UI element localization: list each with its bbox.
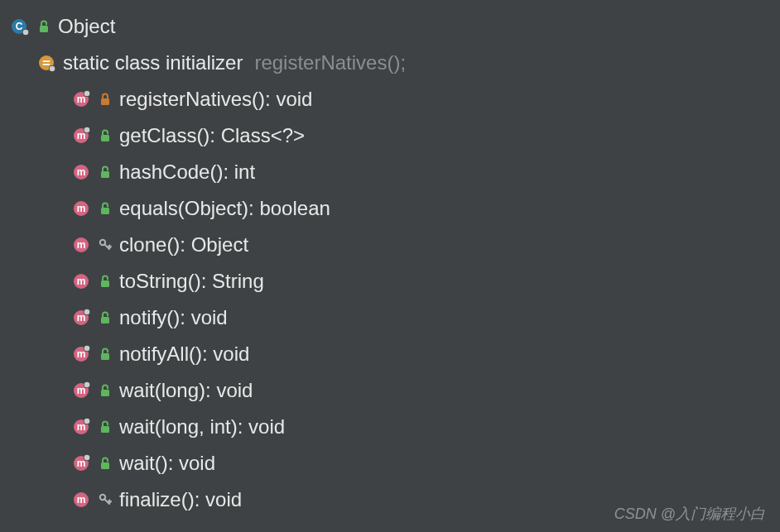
lock-public-icon <box>98 127 113 145</box>
svg-text:m: m <box>77 494 86 506</box>
class-header[interactable]: C Object <box>12 8 768 45</box>
member-row[interactable]: m finalize(): void <box>12 482 768 518</box>
member-row[interactable]: m notify(): void <box>12 300 768 336</box>
svg-rect-31 <box>101 280 109 287</box>
lock-public-icon <box>98 309 113 327</box>
svg-text:m: m <box>77 166 86 178</box>
svg-rect-22 <box>101 171 109 178</box>
svg-point-35 <box>84 309 90 315</box>
svg-rect-46 <box>101 390 109 396</box>
initializer-icon <box>38 54 56 72</box>
svg-rect-6 <box>43 60 51 62</box>
svg-text:m: m <box>77 239 86 251</box>
member-signature-label: registerNatives(): void <box>119 88 312 111</box>
member-row[interactable]: m wait(): void <box>12 445 768 482</box>
svg-rect-36 <box>101 317 109 324</box>
svg-point-18 <box>84 127 90 133</box>
method-icon: m <box>73 309 91 327</box>
key-protected-icon <box>98 491 113 509</box>
member-row[interactable]: m getClass(): Class<?> <box>12 117 768 154</box>
lock-public-icon <box>98 418 113 436</box>
svg-point-50 <box>84 419 90 424</box>
svg-rect-56 <box>101 463 109 469</box>
svg-rect-51 <box>101 426 109 433</box>
member-signature-label: notify(): void <box>119 306 228 329</box>
class-icon: C <box>12 17 30 36</box>
method-icon: m <box>73 381 91 400</box>
key-protected-icon <box>98 236 113 254</box>
method-icon: m <box>73 90 91 108</box>
lock-public-icon <box>98 272 113 290</box>
lock-public-icon <box>98 199 113 218</box>
initializer-label: static class initializer <box>63 51 243 74</box>
member-signature-label: getClass(): Class<?> <box>119 124 305 147</box>
lock-private-icon <box>98 90 113 108</box>
method-icon: m <box>73 454 91 472</box>
member-row[interactable]: m wait(long, int): void <box>12 409 768 445</box>
svg-rect-7 <box>43 64 51 65</box>
member-row[interactable]: m clone(): Object <box>12 227 768 263</box>
member-signature-label: wait(): void <box>119 452 215 475</box>
svg-rect-25 <box>101 208 109 214</box>
svg-point-45 <box>84 382 90 388</box>
svg-text:m: m <box>77 276 86 287</box>
svg-rect-4 <box>40 26 48 32</box>
member-row[interactable]: m notifyAll(): void <box>12 336 768 372</box>
method-icon: m <box>73 491 91 509</box>
svg-text:m: m <box>77 203 86 214</box>
member-signature-label: wait(long): void <box>119 379 253 402</box>
lock-public-icon <box>98 345 113 363</box>
lock-public-icon <box>98 163 113 181</box>
method-icon: m <box>73 236 91 254</box>
static-initializer[interactable]: static class initializer registerNatives… <box>12 45 768 81</box>
member-signature-label: toString(): String <box>119 270 264 293</box>
class-name-label: Object <box>58 15 115 38</box>
members-list: m registerNatives(): void m getClass(): … <box>12 81 768 518</box>
svg-text:C: C <box>16 21 23 32</box>
method-icon: m <box>73 127 91 145</box>
member-signature-label: finalize(): void <box>119 488 242 511</box>
method-icon: m <box>73 345 91 363</box>
member-row[interactable]: m equals(Object): boolean <box>12 190 768 227</box>
svg-point-13 <box>84 91 90 97</box>
lock-public-icon <box>98 454 113 472</box>
svg-point-40 <box>84 346 90 352</box>
svg-point-3 <box>23 30 29 36</box>
svg-point-55 <box>84 455 90 461</box>
member-signature-label: clone(): Object <box>119 233 248 256</box>
svg-point-9 <box>50 66 55 72</box>
member-signature-label: wait(long, int): void <box>119 415 285 439</box>
lock-public-icon <box>98 381 113 400</box>
svg-rect-19 <box>101 135 109 141</box>
svg-rect-41 <box>101 353 109 360</box>
member-row[interactable]: m hashCode(): int <box>12 154 768 190</box>
method-icon: m <box>73 272 91 290</box>
initializer-detail: registerNatives(); <box>254 51 406 74</box>
member-row[interactable]: m registerNatives(): void <box>12 81 768 117</box>
method-icon: m <box>73 199 91 218</box>
method-icon: m <box>73 418 91 436</box>
member-signature-label: equals(Object): boolean <box>119 197 330 220</box>
structure-panel: C Object static class initializer reg <box>0 0 780 530</box>
method-icon: m <box>73 163 91 181</box>
member-signature-label: hashCode(): int <box>119 161 255 184</box>
member-row[interactable]: m toString(): String <box>12 263 768 300</box>
member-signature-label: notifyAll(): void <box>119 343 249 366</box>
member-row[interactable]: m wait(long): void <box>12 372 768 409</box>
lock-public-icon <box>36 17 51 36</box>
svg-rect-14 <box>101 98 109 105</box>
